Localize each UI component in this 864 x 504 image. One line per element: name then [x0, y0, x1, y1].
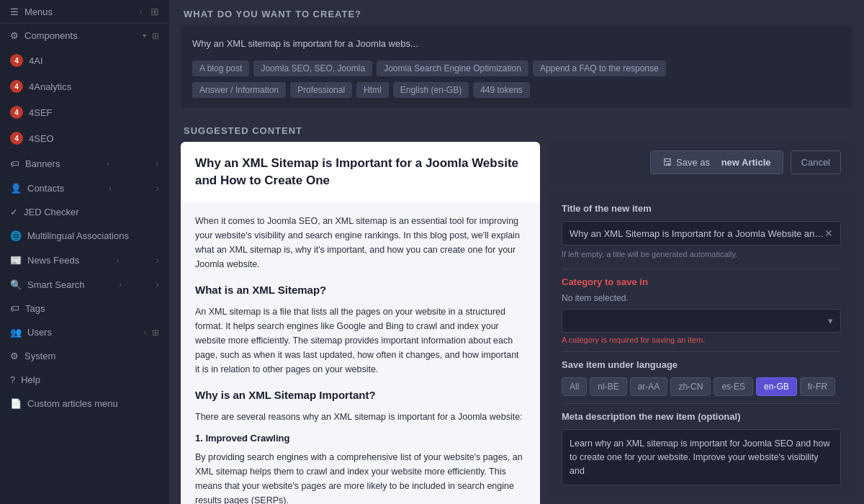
sidebar-item-system[interactable]: ⚙ System	[0, 344, 169, 368]
sidebar-item-4ai[interactable]: 4 4AI	[0, 48, 169, 73]
jed-checker-icon: ✓	[10, 207, 18, 217]
users-icon: 👥	[10, 327, 22, 338]
divider-2	[562, 351, 841, 352]
save-new-article-button[interactable]: 🖫 Save as new Article	[650, 150, 783, 174]
sidebar-label-custom-articles: Custom articles menu	[27, 398, 118, 409]
contacts-icon: 👤	[10, 183, 22, 194]
sidebar-item-help[interactable]: ? Help	[0, 368, 169, 392]
sidebar-label-4seo: 4SEO	[29, 133, 54, 144]
4sef-icon: 4	[10, 106, 23, 119]
tag-search-engine: Joomla Search Engine Optimization	[377, 60, 528, 76]
sidebar-label-system: System	[24, 351, 55, 361]
action-bar: 🖫 Save as new Article Cancel	[550, 142, 852, 183]
sidebar-label-components: Components	[24, 30, 78, 41]
category-dropdown[interactable]: ▾	[562, 309, 841, 333]
sidebar-item-banners[interactable]: 🏷 Banners ›	[0, 151, 169, 176]
components-icon: ⚙	[10, 30, 19, 41]
article-panel: Why an XML Sitemap is Important for a Jo…	[181, 142, 540, 504]
chevron-right-icon: ›	[140, 8, 142, 16]
sidebar-item-news-feeds[interactable]: 📰 News Feeds ›	[0, 248, 169, 272]
sidebar-top-menus[interactable]: ☰ Menus › ⊞	[0, 0, 169, 24]
chevron-news-icon: ›	[117, 256, 119, 264]
sidebar-item-4analytics[interactable]: 4 4Analytics	[0, 73, 169, 99]
query-box: Why an XML sitemap is important for a Jo…	[181, 25, 852, 108]
sidebar-label-menus: Menus	[24, 6, 53, 17]
main-content: WHAT DO YOU WANT TO CREATE? Why an XML s…	[169, 0, 864, 504]
4seo-icon: 4	[10, 132, 23, 145]
language-label: Save item under language	[562, 359, 841, 370]
sidebar-label-help: Help	[21, 374, 40, 385]
title-label: Title of the new item	[562, 203, 841, 214]
tag-tokens: 449 tokens	[473, 82, 530, 98]
news-feeds-icon: 📰	[10, 255, 22, 266]
meta-label: Meta description the new item (optional)	[562, 411, 841, 422]
lang-btn-ar-aa[interactable]: ar-AA	[630, 377, 668, 396]
meta-textarea[interactable]: Learn why an XML sitemap is important fo…	[562, 429, 841, 485]
sidebar-label-smart-search: Smart Search	[27, 279, 84, 290]
article-title-box: Why an XML Sitemap is Important for a Jo…	[181, 142, 540, 202]
chevron-down-icon: ▾	[143, 32, 146, 40]
sidebar-item-smart-search[interactable]: 🔍 Smart Search ›	[0, 272, 169, 297]
section2-sub1-text: By providing search engines with a compr…	[195, 450, 526, 504]
tag-append-faq: Append a FAQ to the response	[533, 60, 666, 76]
lang-btn-en-gb[interactable]: en-GB	[756, 377, 797, 396]
title-hint: If left empty, a title will be generated…	[562, 250, 841, 258]
section2-text: There are several reasons why an XML sit…	[195, 410, 526, 424]
sidebar-label-4ai: 4AI	[29, 55, 43, 66]
sidebar-item-components[interactable]: ⚙ Components ▾ ⊞	[0, 24, 169, 48]
tag-blog-post: A blog post	[192, 60, 249, 76]
title-clear-button[interactable]: ✕	[824, 228, 833, 239]
lang-btn-es-es[interactable]: es-ES	[714, 377, 753, 396]
section1-text: An XML sitemap is a file that lists all …	[195, 305, 526, 377]
save-button-bold: new Article	[721, 157, 771, 168]
divider-1	[562, 269, 841, 269]
sidebar-item-multilingual[interactable]: 🌐 Multilingual Associations	[0, 224, 169, 248]
sidebar-label-contacts: Contacts	[27, 183, 64, 194]
no-item-text: No item selected.	[562, 293, 841, 303]
tag-answer-info: Answer / Information	[192, 82, 286, 98]
help-icon: ?	[10, 374, 15, 385]
sidebar-label-4sef: 4SEF	[29, 107, 53, 118]
save-button-text: Save as	[676, 157, 710, 168]
title-input[interactable]: Why an XML Sitemap is Important for a Jo…	[562, 221, 841, 246]
sidebar-item-contacts[interactable]: 👤 Contacts ›	[0, 176, 169, 200]
suggested-header: SUGGESTED CONTENT	[169, 117, 864, 142]
title-value: Why an XML Sitemap is Important for a Jo…	[570, 228, 824, 239]
divider-3	[562, 403, 841, 404]
multilingual-icon: 🌐	[10, 230, 22, 241]
article-content[interactable]: When it comes to Joomla SEO, an XML site…	[181, 202, 540, 504]
grid-icon-components: ⊞	[152, 31, 159, 41]
section1-title: What is an XML Sitemap?	[195, 282, 526, 299]
sidebar-item-custom-articles[interactable]: 📄 Custom articles menu	[0, 392, 169, 415]
grid-icon: ⊞	[150, 6, 159, 17]
query-row-2: Answer / Information Professional Html E…	[192, 82, 841, 98]
category-error: A category is required for saving an ite…	[562, 336, 841, 344]
sidebar-label-multilingual: Multilingual Associations	[27, 230, 129, 241]
sidebar-item-jed-checker[interactable]: ✓ JED Checker	[0, 200, 169, 224]
sidebar-label-4analytics: 4Analytics	[29, 81, 71, 92]
language-buttons: All nl-BE ar-AA zh-CN es-ES en-GB fr-FR	[562, 377, 841, 396]
sidebar-item-4seo[interactable]: 4 4SEO	[0, 125, 169, 151]
article-title: Why an XML Sitemap is Important for a Jo…	[195, 155, 526, 189]
right-panel: 🖫 Save as new Article Cancel Title of th…	[550, 142, 852, 504]
tag-english: English (en-GB)	[393, 82, 469, 98]
tags-icon: 🏷	[10, 303, 19, 314]
tag-html: Html	[356, 82, 389, 98]
system-icon: ⚙	[10, 351, 19, 361]
4ai-icon: 4	[10, 54, 23, 67]
sidebar-item-tags[interactable]: 🏷 Tags	[0, 297, 169, 320]
lang-btn-nl-be[interactable]: nl-BE	[590, 377, 626, 396]
lang-btn-all[interactable]: All	[562, 377, 587, 396]
4analytics-icon: 4	[10, 80, 23, 93]
lang-btn-fr-fr[interactable]: fr-FR	[800, 377, 835, 396]
smart-search-icon: 🔍	[10, 279, 22, 290]
two-col-layout: Why an XML Sitemap is Important for a Jo…	[181, 142, 852, 504]
chevron-users-icon: ›	[144, 328, 146, 336]
custom-articles-icon: 📄	[10, 398, 22, 409]
chevron-banners-icon: ›	[107, 160, 109, 168]
lang-btn-zh-cn[interactable]: zh-CN	[670, 377, 711, 396]
cancel-button[interactable]: Cancel	[791, 150, 841, 174]
sidebar-item-users[interactable]: 👥 Users › ⊞	[0, 320, 169, 344]
section2-sub1: 1. Improved Crawling	[195, 431, 526, 446]
sidebar-item-4sef[interactable]: 4 4SEF	[0, 99, 169, 125]
